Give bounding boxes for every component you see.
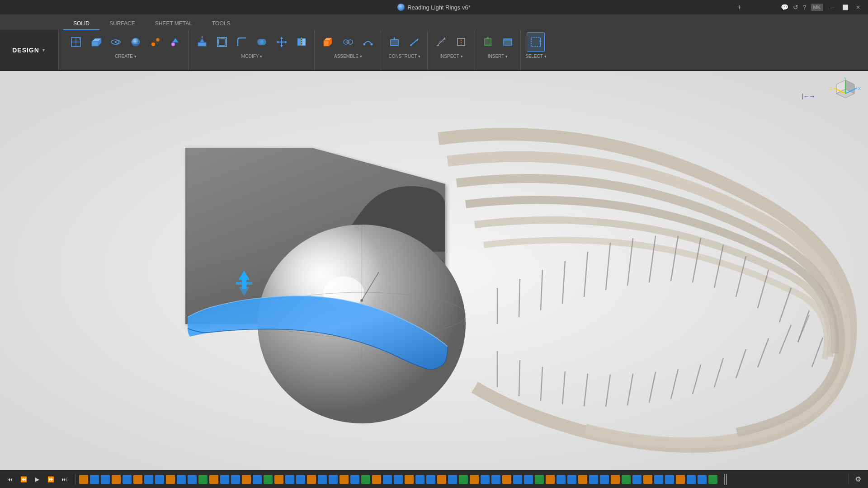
svg-rect-155 [491, 475, 500, 484]
svg-rect-140 [329, 475, 338, 484]
design-dropdown-btn[interactable]: DESIGN [0, 30, 59, 70]
bottom-toolbar: ⏮ ⏪ ▶ ⏩ ⏭ [0, 470, 868, 488]
svg-rect-167 [622, 475, 631, 484]
attached-canvas-btn[interactable] [499, 32, 517, 52]
svg-rect-170 [654, 475, 663, 484]
svg-rect-162 [567, 475, 576, 484]
section-analysis-btn[interactable] [452, 32, 470, 52]
close-btn[interactable]: × [853, 2, 863, 13]
pattern-btn[interactable] [146, 32, 165, 52]
svg-rect-137 [296, 475, 305, 484]
offset-plane-btn[interactable] [386, 32, 404, 52]
3d-scene [0, 71, 868, 470]
timeline-settings-btn[interactable]: ⚙ [852, 473, 864, 486]
svg-rect-163 [578, 475, 587, 484]
maximize-btn[interactable]: ⬜ [840, 2, 851, 13]
svg-text:Y: Y [844, 76, 847, 81]
svg-rect-138 [307, 475, 316, 484]
split-body-btn[interactable] [292, 32, 311, 52]
svg-point-14 [171, 42, 175, 46]
svg-marker-27 [276, 41, 278, 43]
minimize-btn[interactable]: — [827, 2, 838, 13]
chat-icon[interactable]: 💬 [781, 4, 788, 11]
fillet-btn[interactable] [233, 32, 251, 52]
select-label[interactable]: SELECT [525, 54, 547, 59]
combine-btn[interactable] [253, 32, 271, 52]
tab-solid[interactable]: SOLID [63, 18, 99, 30]
refresh-icon[interactable]: ↺ [793, 4, 798, 11]
svg-rect-171 [665, 475, 674, 484]
svg-rect-174 [698, 475, 707, 484]
svg-rect-175 [708, 475, 717, 484]
new-component-btn[interactable] [319, 32, 337, 52]
assemble-label[interactable]: ASSEMBLE [334, 54, 362, 59]
skip-to-start-btn[interactable]: ⏮ [4, 473, 16, 486]
svg-rect-136 [285, 475, 294, 484]
tabs-row: SOLID SURFACE SHEET METAL TOOLS [0, 14, 868, 30]
svg-rect-121 [123, 475, 132, 484]
tools-row: CREATE [0, 30, 868, 70]
title-bar: Reading Light Rings v6* + — ⬜ × 💬 ↺ ? MK [0, 0, 868, 14]
insert-mesh-btn[interactable] [479, 32, 497, 52]
timeline-svg [78, 472, 802, 487]
inspect-label[interactable]: INSPECT [439, 54, 462, 59]
svg-text:mm: mm [439, 40, 444, 43]
measure-btn[interactable]: mm [432, 32, 450, 52]
svg-point-11 [151, 42, 155, 46]
svg-rect-29 [297, 38, 301, 46]
construct-group: CONSTRUCT [382, 30, 428, 70]
motion-link-btn[interactable] [359, 32, 377, 52]
add-tab-btn[interactable]: + [737, 3, 741, 11]
dimension-annotations: ⟵ ⟶ [802, 94, 814, 101]
svg-rect-142 [350, 475, 359, 484]
svg-point-107 [360, 299, 363, 302]
more-create-btn[interactable] [166, 32, 184, 52]
create-group: CREATE [63, 30, 189, 70]
help-icon[interactable]: ? [803, 4, 807, 11]
svg-rect-165 [600, 475, 609, 484]
svg-rect-168 [632, 475, 642, 484]
svg-point-12 [156, 38, 160, 42]
shell-btn[interactable] [213, 32, 231, 52]
joint-btn[interactable] [339, 32, 357, 52]
separator-2 [849, 474, 849, 485]
construct-label[interactable]: CONSTRUCT [389, 54, 421, 59]
create-label[interactable]: CREATE [115, 54, 137, 59]
3d-viewport[interactable]: X Y Z ⟵ ⟶ [0, 71, 868, 470]
svg-rect-120 [112, 475, 121, 484]
axis-btn[interactable] [406, 32, 424, 52]
step-forward-btn[interactable]: ⏩ [44, 473, 57, 486]
orientation-cube[interactable]: X Y Z [827, 75, 863, 112]
move-btn[interactable] [273, 32, 291, 52]
svg-marker-25 [280, 37, 283, 39]
tab-sheet-metal[interactable]: SHEET METAL [145, 18, 202, 30]
revolve-btn[interactable] [107, 32, 125, 52]
timeline-icons [78, 472, 846, 487]
step-back-btn[interactable]: ⏪ [17, 473, 30, 486]
svg-point-8 [115, 41, 117, 43]
new-sketch-btn[interactable] [67, 32, 85, 52]
svg-rect-124 [155, 475, 164, 484]
title-text: Reading Light Rings v6* [407, 4, 470, 11]
skip-to-end-btn[interactable]: ⏭ [58, 473, 71, 486]
svg-rect-156 [502, 475, 511, 484]
svg-rect-122 [133, 475, 142, 484]
insert-label[interactable]: INSERT [488, 54, 508, 59]
tab-surface[interactable]: SURFACE [99, 18, 145, 30]
select-btn[interactable] [527, 32, 545, 52]
modify-label[interactable]: MODIFY [241, 54, 263, 59]
svg-rect-173 [687, 475, 696, 484]
play-btn[interactable]: ▶ [31, 473, 43, 486]
press-pull-btn[interactable] [193, 32, 211, 52]
sphere-btn[interactable] [127, 32, 145, 52]
viewport-area[interactable]: X Y Z ⟵ ⟶ [0, 71, 868, 470]
svg-rect-146 [394, 475, 403, 484]
svg-rect-166 [611, 475, 620, 484]
insert-group: INSERT [475, 30, 521, 70]
svg-rect-123 [144, 475, 153, 484]
user-avatar[interactable]: MK [811, 4, 823, 11]
svg-rect-148 [415, 475, 425, 484]
svg-text:Z: Z [830, 86, 832, 91]
tab-tools[interactable]: TOOLS [202, 18, 240, 30]
extrude-btn[interactable] [87, 32, 105, 52]
